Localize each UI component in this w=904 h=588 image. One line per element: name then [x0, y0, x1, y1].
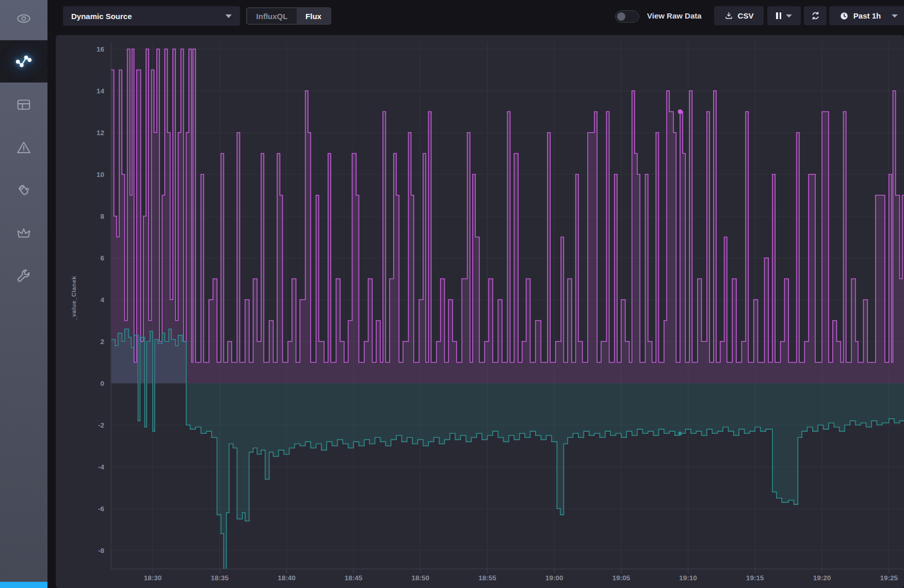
svg-text:18:50: 18:50 — [412, 574, 430, 582]
svg-text:8: 8 — [100, 213, 104, 220]
toolbar: Dynamic Source InfluxQL Flux View Raw Da… — [47, 0, 904, 31]
sidebar-item-data-explorer[interactable] — [0, 40, 47, 83]
pause-icon — [776, 12, 781, 19]
dashboards-icon — [15, 97, 33, 112]
admin-crown-icon — [15, 225, 33, 241]
source-dropdown-label: Dynamic Source — [63, 12, 132, 21]
svg-text:14: 14 — [96, 87, 105, 95]
tab-flux[interactable]: Flux — [297, 8, 330, 24]
view-raw-data-label: View Raw Data — [647, 0, 702, 31]
svg-text:-4: -4 — [98, 463, 104, 471]
sidebar-item-configuration[interactable] — [0, 259, 47, 292]
svg-text:18:55: 18:55 — [478, 574, 496, 582]
svg-text:2: 2 — [100, 338, 104, 346]
svg-text:19:20: 19:20 — [813, 574, 831, 582]
sidebar-item-kapacitor[interactable] — [0, 174, 47, 207]
csv-button-label: CSV — [738, 11, 754, 20]
time-range-dropdown[interactable]: Past 1h — [829, 6, 904, 25]
svg-text:19:15: 19:15 — [746, 574, 764, 582]
refresh-icon — [811, 11, 820, 21]
eye-icon — [14, 11, 34, 26]
chevron-down-icon — [786, 14, 792, 18]
svg-text:10: 10 — [96, 171, 104, 178]
y-axis-label: _value_Clanek — [71, 276, 77, 321]
chevron-down-icon — [225, 14, 232, 18]
sidebar-item-admin[interactable] — [0, 217, 47, 250]
download-icon — [724, 11, 733, 20]
series-purple-hover-dot — [678, 109, 683, 114]
config-wrench-icon — [15, 268, 32, 284]
sidebar-item-alerting[interactable] — [0, 131, 47, 164]
svg-text:12: 12 — [96, 129, 104, 137]
svg-text:16: 16 — [96, 45, 105, 53]
svg-text:18:35: 18:35 — [211, 574, 229, 582]
refresh-button[interactable] — [804, 6, 827, 25]
svg-text:-8: -8 — [98, 547, 104, 554]
chevron-down-icon — [892, 14, 898, 18]
sidebar-item-dashboards[interactable] — [0, 88, 47, 121]
svg-text:19:10: 19:10 — [679, 574, 697, 582]
sidebar-accent-strip — [0, 582, 47, 588]
graph-icon — [14, 53, 33, 70]
svg-text:-2: -2 — [98, 421, 104, 429]
svg-text:18:40: 18:40 — [278, 574, 296, 582]
chart-panel: 1614121086420-2-4-6-818:3018:3518:4018:4… — [56, 35, 904, 588]
svg-text:18:45: 18:45 — [345, 574, 363, 582]
download-csv-button[interactable]: CSV — [714, 6, 764, 25]
view-raw-data-toggle[interactable] — [615, 10, 639, 23]
sidebar — [0, 0, 47, 588]
sidebar-item-hosts[interactable] — [0, 2, 47, 35]
series-teal-hover-dot — [679, 432, 682, 435]
timeseries-chart[interactable]: 1614121086420-2-4-6-818:3018:3518:4018:4… — [56, 35, 904, 588]
time-range-label: Past 1h — [853, 11, 881, 20]
clock-icon — [840, 11, 849, 21]
svg-text:19:00: 19:00 — [545, 574, 563, 582]
source-dropdown[interactable]: Dynamic Source — [63, 6, 240, 26]
svg-text:19:05: 19:05 — [612, 574, 631, 582]
kapacitor-icon — [15, 182, 33, 199]
svg-text:18:30: 18:30 — [144, 574, 162, 582]
toggle-knob — [617, 12, 625, 21]
svg-text:6: 6 — [100, 254, 104, 262]
pause-dropdown-button[interactable] — [767, 6, 801, 25]
tab-influxql[interactable]: InfluxQL — [247, 8, 297, 24]
query-language-toggle: InfluxQL Flux — [246, 7, 331, 25]
svg-text:19:25: 19:25 — [880, 574, 898, 582]
svg-text:0: 0 — [100, 380, 104, 387]
svg-text:4: 4 — [100, 296, 104, 304]
alerts-icon — [15, 140, 33, 155]
svg-text:-6: -6 — [98, 505, 104, 513]
